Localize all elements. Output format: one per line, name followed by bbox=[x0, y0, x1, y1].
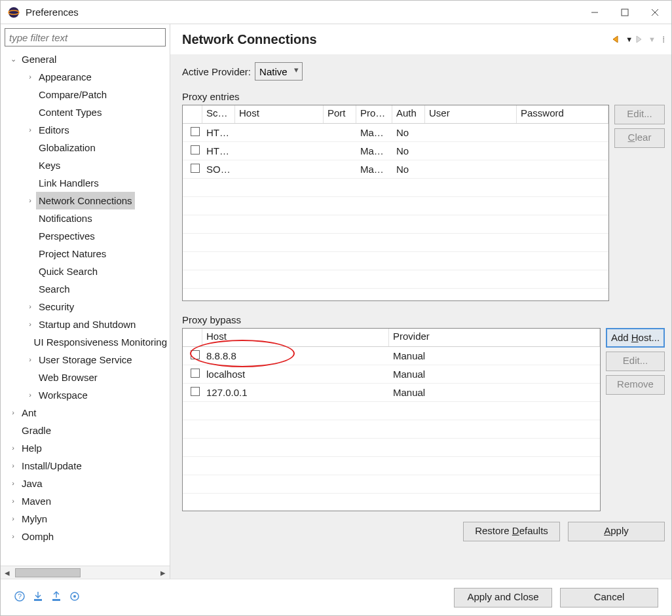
proxy-entries-table[interactable]: Sch… Host Port Pro… Auth User Password H… bbox=[182, 105, 609, 301]
chevron-right-icon[interactable]: › bbox=[7, 492, 19, 510]
chevron-right-icon[interactable]: › bbox=[7, 510, 19, 528]
tree-item-java[interactable]: ›Java bbox=[1, 475, 170, 492]
tree-item-workspace[interactable]: ›Workspace bbox=[1, 386, 170, 404]
chevron-right-icon[interactable]: › bbox=[7, 404, 19, 422]
checkbox[interactable] bbox=[191, 164, 200, 173]
active-provider-label: Active Provider: bbox=[182, 66, 251, 77]
tree-item-label: UI Responsiveness Monitoring bbox=[31, 333, 170, 351]
table-row[interactable]: SO…Ma…No bbox=[183, 160, 608, 179]
chevron-right-icon[interactable]: › bbox=[7, 457, 19, 475]
close-button[interactable] bbox=[640, 1, 670, 24]
tree-item-general[interactable]: ⌄General bbox=[1, 50, 170, 68]
tree-item-network-connections[interactable]: ›Network Connections bbox=[1, 192, 170, 209]
help-icon[interactable]: ? bbox=[14, 590, 26, 604]
export-icon[interactable] bbox=[50, 590, 62, 604]
oomph-icon[interactable] bbox=[69, 590, 81, 604]
table-row[interactable]: localhostManual bbox=[183, 365, 600, 384]
proxy-bypass-table[interactable]: Host Provider 8.8.8.8ManuallocalhostManu… bbox=[182, 328, 601, 511]
tree-item-search[interactable]: Search bbox=[1, 280, 170, 298]
filter-input[interactable] bbox=[5, 28, 166, 46]
bypass-remove-button[interactable]: Remove bbox=[606, 375, 665, 395]
tree-item-keys[interactable]: Keys bbox=[1, 156, 170, 174]
proxy-edit-button[interactable]: Edit... bbox=[614, 105, 665, 124]
scroll-thumb[interactable] bbox=[15, 568, 81, 577]
tree-item-maven[interactable]: ›Maven bbox=[1, 492, 170, 510]
tree-item-security[interactable]: ›Security bbox=[1, 298, 170, 316]
chevron-right-icon[interactable]: › bbox=[24, 121, 36, 139]
table-row-empty bbox=[183, 402, 600, 420]
tree-item-gradle[interactable]: Gradle bbox=[1, 422, 170, 439]
table-row[interactable]: HT…Ma…No bbox=[183, 142, 608, 160]
restore-defaults-button[interactable]: Restore Defaults bbox=[463, 522, 560, 541]
tree-item-mylyn[interactable]: ›Mylyn bbox=[1, 510, 170, 528]
chevron-right-icon[interactable]: › bbox=[24, 351, 36, 369]
chevron-right-icon[interactable]: › bbox=[24, 386, 36, 404]
forward-button[interactable] bbox=[635, 35, 646, 43]
col-port[interactable]: Port bbox=[324, 105, 356, 123]
tree-item-link-handlers[interactable]: Link Handlers bbox=[1, 174, 170, 192]
tree-item-editors[interactable]: ›Editors bbox=[1, 121, 170, 139]
tree-item-appearance[interactable]: ›Appearance bbox=[1, 68, 170, 86]
col-provider[interactable]: Pro… bbox=[356, 105, 392, 123]
tree-item-ant[interactable]: ›Ant bbox=[1, 404, 170, 422]
maximize-button[interactable] bbox=[610, 1, 640, 24]
import-icon[interactable] bbox=[32, 590, 44, 604]
back-button[interactable] bbox=[612, 35, 623, 43]
tree-item-label: Globalization bbox=[36, 139, 98, 156]
chevron-right-icon[interactable]: › bbox=[24, 298, 36, 316]
chevron-right-icon[interactable]: › bbox=[7, 528, 19, 545]
tree-item-quick-search[interactable]: Quick Search bbox=[1, 263, 170, 280]
chevron-right-icon[interactable]: › bbox=[24, 316, 36, 333]
col-bypass-host[interactable]: Host bbox=[202, 329, 389, 346]
table-row[interactable]: HT…Ma…No bbox=[183, 124, 608, 142]
forward-dropdown-icon[interactable]: ▼ bbox=[648, 35, 656, 43]
tree-item-compare-patch[interactable]: Compare/Patch bbox=[1, 86, 170, 103]
bypass-edit-button[interactable]: Edit... bbox=[606, 352, 665, 371]
chevron-right-icon[interactable]: › bbox=[24, 192, 36, 209]
scroll-right-icon[interactable]: ▸ bbox=[157, 567, 170, 579]
active-provider-select[interactable]: Native bbox=[255, 62, 303, 81]
col-scheme[interactable]: Sch… bbox=[202, 105, 235, 123]
scroll-left-icon[interactable]: ◂ bbox=[1, 567, 14, 579]
preferences-tree[interactable]: ⌄General›AppearanceCompare/PatchContent … bbox=[1, 49, 170, 566]
tree-item-startup-and-shutdown[interactable]: ›Startup and Shutdown bbox=[1, 316, 170, 333]
checkbox[interactable] bbox=[191, 387, 200, 396]
tree-item-web-browser[interactable]: Web Browser bbox=[1, 369, 170, 386]
checkbox[interactable] bbox=[191, 127, 200, 136]
chevron-right-icon[interactable]: › bbox=[24, 68, 36, 86]
table-row[interactable]: 8.8.8.8Manual bbox=[183, 347, 600, 365]
col-password[interactable]: Password bbox=[517, 105, 608, 123]
tree-item-content-types[interactable]: Content Types bbox=[1, 103, 170, 121]
view-menu-icon[interactable]: ⁞ bbox=[662, 34, 665, 45]
col-host[interactable]: Host bbox=[235, 105, 324, 123]
minimize-button[interactable] bbox=[580, 1, 610, 24]
tree-item-install-update[interactable]: ›Install/Update bbox=[1, 457, 170, 475]
checkbox[interactable] bbox=[191, 145, 200, 154]
apply-button[interactable]: Apply bbox=[568, 522, 665, 541]
tree-item-ui-responsiveness-monitoring[interactable]: UI Responsiveness Monitoring bbox=[1, 333, 170, 351]
tree-item-notifications[interactable]: Notifications bbox=[1, 209, 170, 227]
checkbox[interactable] bbox=[191, 369, 200, 378]
cancel-button[interactable]: Cancel bbox=[560, 588, 658, 607]
sidebar-horizontal-scrollbar[interactable]: ◂ ▸ bbox=[1, 566, 170, 579]
tree-item-perspectives[interactable]: Perspectives bbox=[1, 227, 170, 245]
tree-item-label: Appearance bbox=[36, 68, 94, 86]
checkbox[interactable] bbox=[191, 350, 200, 359]
table-row[interactable]: 127.0.0.1Manual bbox=[183, 384, 600, 402]
apply-and-close-button[interactable]: Apply and Close bbox=[454, 588, 552, 607]
chevron-right-icon[interactable]: › bbox=[7, 475, 19, 492]
col-user[interactable]: User bbox=[425, 105, 517, 123]
chevron-right-icon[interactable]: › bbox=[7, 439, 19, 457]
tree-item-label: Workspace bbox=[36, 386, 90, 404]
chevron-down-icon[interactable]: ⌄ bbox=[7, 50, 19, 68]
tree-item-oomph[interactable]: ›Oomph bbox=[1, 528, 170, 545]
tree-item-help[interactable]: ›Help bbox=[1, 439, 170, 457]
tree-item-user-storage-service[interactable]: ›User Storage Service bbox=[1, 351, 170, 369]
add-host-button[interactable]: Add Host... bbox=[606, 328, 665, 348]
proxy-clear-button[interactable]: Clear bbox=[614, 128, 665, 148]
col-bypass-provider[interactable]: Provider bbox=[389, 329, 600, 346]
tree-item-project-natures[interactable]: Project Natures bbox=[1, 245, 170, 263]
col-auth[interactable]: Auth bbox=[392, 105, 425, 123]
tree-item-globalization[interactable]: Globalization bbox=[1, 139, 170, 156]
back-dropdown-icon[interactable]: ▼ bbox=[625, 35, 633, 43]
